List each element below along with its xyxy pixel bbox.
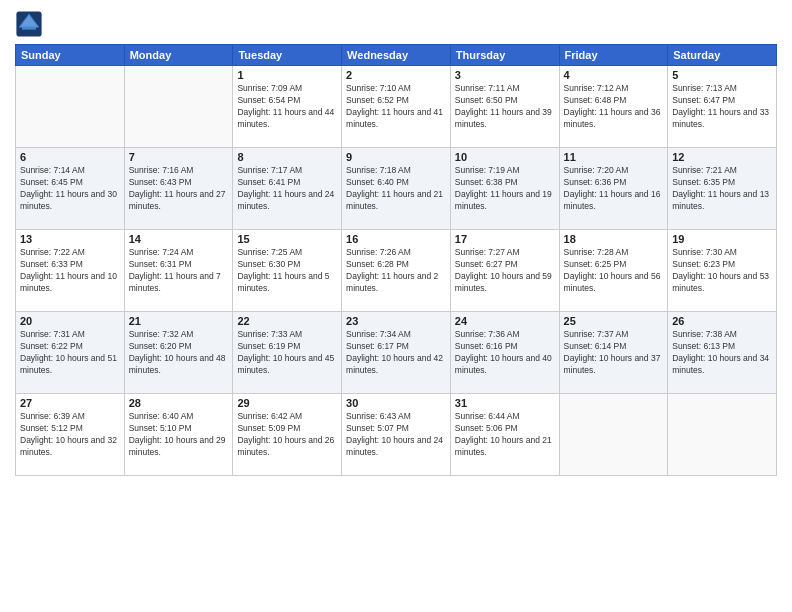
day-number: 24 xyxy=(455,315,555,327)
day-number: 3 xyxy=(455,69,555,81)
day-info: Sunrise: 6:43 AM Sunset: 5:07 PM Dayligh… xyxy=(346,411,446,459)
calendar-cell xyxy=(559,394,668,476)
calendar-cell: 21Sunrise: 7:32 AM Sunset: 6:20 PM Dayli… xyxy=(124,312,233,394)
calendar-cell: 18Sunrise: 7:28 AM Sunset: 6:25 PM Dayli… xyxy=(559,230,668,312)
calendar-cell: 10Sunrise: 7:19 AM Sunset: 6:38 PM Dayli… xyxy=(450,148,559,230)
weekday-header-saturday: Saturday xyxy=(668,45,777,66)
weekday-header-monday: Monday xyxy=(124,45,233,66)
day-number: 10 xyxy=(455,151,555,163)
calendar-cell: 13Sunrise: 7:22 AM Sunset: 6:33 PM Dayli… xyxy=(16,230,125,312)
day-number: 26 xyxy=(672,315,772,327)
calendar-cell: 1Sunrise: 7:09 AM Sunset: 6:54 PM Daylig… xyxy=(233,66,342,148)
day-number: 31 xyxy=(455,397,555,409)
calendar-cell: 25Sunrise: 7:37 AM Sunset: 6:14 PM Dayli… xyxy=(559,312,668,394)
day-number: 2 xyxy=(346,69,446,81)
calendar-cell: 27Sunrise: 6:39 AM Sunset: 5:12 PM Dayli… xyxy=(16,394,125,476)
day-info: Sunrise: 7:26 AM Sunset: 6:28 PM Dayligh… xyxy=(346,247,446,295)
day-info: Sunrise: 7:16 AM Sunset: 6:43 PM Dayligh… xyxy=(129,165,229,213)
calendar-cell: 20Sunrise: 7:31 AM Sunset: 6:22 PM Dayli… xyxy=(16,312,125,394)
day-info: Sunrise: 7:17 AM Sunset: 6:41 PM Dayligh… xyxy=(237,165,337,213)
day-info: Sunrise: 7:38 AM Sunset: 6:13 PM Dayligh… xyxy=(672,329,772,377)
day-number: 21 xyxy=(129,315,229,327)
calendar-cell: 29Sunrise: 6:42 AM Sunset: 5:09 PM Dayli… xyxy=(233,394,342,476)
weekday-header-wednesday: Wednesday xyxy=(342,45,451,66)
calendar-week-2: 6Sunrise: 7:14 AM Sunset: 6:45 PM Daylig… xyxy=(16,148,777,230)
day-number: 12 xyxy=(672,151,772,163)
day-number: 29 xyxy=(237,397,337,409)
calendar-cell: 17Sunrise: 7:27 AM Sunset: 6:27 PM Dayli… xyxy=(450,230,559,312)
day-number: 18 xyxy=(564,233,664,245)
day-info: Sunrise: 6:40 AM Sunset: 5:10 PM Dayligh… xyxy=(129,411,229,459)
header xyxy=(15,10,777,38)
calendar-cell: 19Sunrise: 7:30 AM Sunset: 6:23 PM Dayli… xyxy=(668,230,777,312)
day-number: 28 xyxy=(129,397,229,409)
day-number: 20 xyxy=(20,315,120,327)
day-info: Sunrise: 7:18 AM Sunset: 6:40 PM Dayligh… xyxy=(346,165,446,213)
day-info: Sunrise: 7:33 AM Sunset: 6:19 PM Dayligh… xyxy=(237,329,337,377)
day-info: Sunrise: 6:39 AM Sunset: 5:12 PM Dayligh… xyxy=(20,411,120,459)
svg-rect-3 xyxy=(22,27,36,30)
day-info: Sunrise: 7:19 AM Sunset: 6:38 PM Dayligh… xyxy=(455,165,555,213)
calendar-cell xyxy=(124,66,233,148)
calendar-header-row: SundayMondayTuesdayWednesdayThursdayFrid… xyxy=(16,45,777,66)
calendar-cell: 15Sunrise: 7:25 AM Sunset: 6:30 PM Dayli… xyxy=(233,230,342,312)
day-number: 5 xyxy=(672,69,772,81)
day-number: 9 xyxy=(346,151,446,163)
weekday-header-thursday: Thursday xyxy=(450,45,559,66)
weekday-header-tuesday: Tuesday xyxy=(233,45,342,66)
logo-icon xyxy=(15,10,43,38)
calendar-cell: 9Sunrise: 7:18 AM Sunset: 6:40 PM Daylig… xyxy=(342,148,451,230)
day-info: Sunrise: 7:31 AM Sunset: 6:22 PM Dayligh… xyxy=(20,329,120,377)
calendar-cell xyxy=(16,66,125,148)
day-number: 13 xyxy=(20,233,120,245)
day-number: 7 xyxy=(129,151,229,163)
day-info: Sunrise: 7:36 AM Sunset: 6:16 PM Dayligh… xyxy=(455,329,555,377)
day-number: 23 xyxy=(346,315,446,327)
day-info: Sunrise: 7:30 AM Sunset: 6:23 PM Dayligh… xyxy=(672,247,772,295)
day-info: Sunrise: 6:44 AM Sunset: 5:06 PM Dayligh… xyxy=(455,411,555,459)
weekday-header-sunday: Sunday xyxy=(16,45,125,66)
weekday-header-friday: Friday xyxy=(559,45,668,66)
day-number: 25 xyxy=(564,315,664,327)
calendar-cell: 24Sunrise: 7:36 AM Sunset: 6:16 PM Dayli… xyxy=(450,312,559,394)
calendar-cell: 16Sunrise: 7:26 AM Sunset: 6:28 PM Dayli… xyxy=(342,230,451,312)
calendar-week-3: 13Sunrise: 7:22 AM Sunset: 6:33 PM Dayli… xyxy=(16,230,777,312)
calendar-week-4: 20Sunrise: 7:31 AM Sunset: 6:22 PM Dayli… xyxy=(16,312,777,394)
calendar-table: SundayMondayTuesdayWednesdayThursdayFrid… xyxy=(15,44,777,476)
day-info: Sunrise: 7:21 AM Sunset: 6:35 PM Dayligh… xyxy=(672,165,772,213)
day-info: Sunrise: 7:20 AM Sunset: 6:36 PM Dayligh… xyxy=(564,165,664,213)
day-number: 1 xyxy=(237,69,337,81)
day-number: 16 xyxy=(346,233,446,245)
day-number: 19 xyxy=(672,233,772,245)
day-info: Sunrise: 7:34 AM Sunset: 6:17 PM Dayligh… xyxy=(346,329,446,377)
day-info: Sunrise: 7:22 AM Sunset: 6:33 PM Dayligh… xyxy=(20,247,120,295)
calendar-cell: 8Sunrise: 7:17 AM Sunset: 6:41 PM Daylig… xyxy=(233,148,342,230)
calendar-cell: 6Sunrise: 7:14 AM Sunset: 6:45 PM Daylig… xyxy=(16,148,125,230)
day-info: Sunrise: 7:28 AM Sunset: 6:25 PM Dayligh… xyxy=(564,247,664,295)
page: SundayMondayTuesdayWednesdayThursdayFrid… xyxy=(0,0,792,612)
day-info: Sunrise: 7:25 AM Sunset: 6:30 PM Dayligh… xyxy=(237,247,337,295)
calendar-cell: 11Sunrise: 7:20 AM Sunset: 6:36 PM Dayli… xyxy=(559,148,668,230)
day-info: Sunrise: 7:37 AM Sunset: 6:14 PM Dayligh… xyxy=(564,329,664,377)
calendar-cell: 4Sunrise: 7:12 AM Sunset: 6:48 PM Daylig… xyxy=(559,66,668,148)
calendar-cell: 3Sunrise: 7:11 AM Sunset: 6:50 PM Daylig… xyxy=(450,66,559,148)
calendar-cell: 23Sunrise: 7:34 AM Sunset: 6:17 PM Dayli… xyxy=(342,312,451,394)
day-number: 4 xyxy=(564,69,664,81)
calendar-week-5: 27Sunrise: 6:39 AM Sunset: 5:12 PM Dayli… xyxy=(16,394,777,476)
day-number: 30 xyxy=(346,397,446,409)
day-number: 11 xyxy=(564,151,664,163)
day-info: Sunrise: 7:11 AM Sunset: 6:50 PM Dayligh… xyxy=(455,83,555,131)
calendar-cell: 22Sunrise: 7:33 AM Sunset: 6:19 PM Dayli… xyxy=(233,312,342,394)
calendar-cell: 14Sunrise: 7:24 AM Sunset: 6:31 PM Dayli… xyxy=(124,230,233,312)
calendar-cell: 30Sunrise: 6:43 AM Sunset: 5:07 PM Dayli… xyxy=(342,394,451,476)
day-number: 22 xyxy=(237,315,337,327)
day-info: Sunrise: 7:24 AM Sunset: 6:31 PM Dayligh… xyxy=(129,247,229,295)
day-number: 14 xyxy=(129,233,229,245)
calendar-cell: 28Sunrise: 6:40 AM Sunset: 5:10 PM Dayli… xyxy=(124,394,233,476)
day-info: Sunrise: 7:09 AM Sunset: 6:54 PM Dayligh… xyxy=(237,83,337,131)
calendar-week-1: 1Sunrise: 7:09 AM Sunset: 6:54 PM Daylig… xyxy=(16,66,777,148)
day-info: Sunrise: 7:27 AM Sunset: 6:27 PM Dayligh… xyxy=(455,247,555,295)
day-info: Sunrise: 7:32 AM Sunset: 6:20 PM Dayligh… xyxy=(129,329,229,377)
calendar-cell: 31Sunrise: 6:44 AM Sunset: 5:06 PM Dayli… xyxy=(450,394,559,476)
day-number: 6 xyxy=(20,151,120,163)
